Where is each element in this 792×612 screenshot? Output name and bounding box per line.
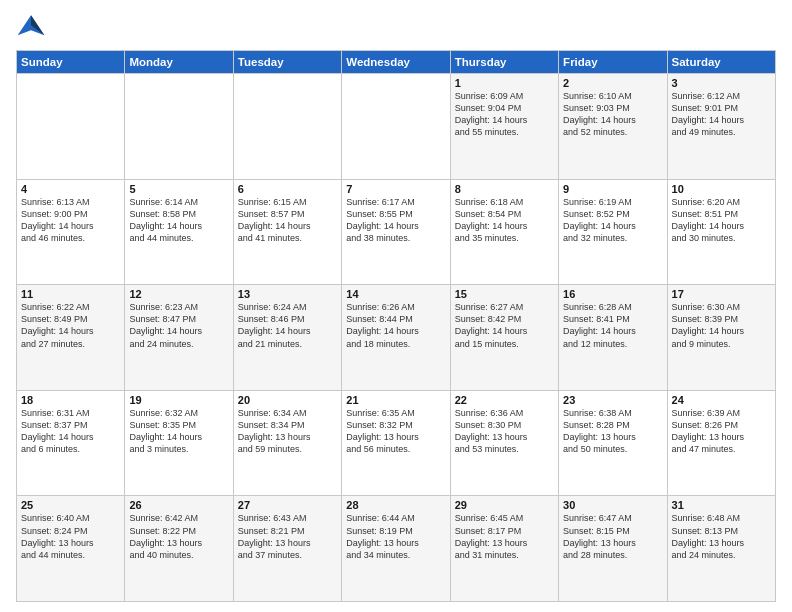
day-number: 24 [672, 394, 771, 406]
day-info: Sunrise: 6:43 AM Sunset: 8:21 PM Dayligh… [238, 512, 337, 561]
day-info: Sunrise: 6:26 AM Sunset: 8:44 PM Dayligh… [346, 301, 445, 350]
calendar-cell: 28Sunrise: 6:44 AM Sunset: 8:19 PM Dayli… [342, 496, 450, 602]
calendar-cell: 6Sunrise: 6:15 AM Sunset: 8:57 PM Daylig… [233, 179, 341, 285]
day-info: Sunrise: 6:38 AM Sunset: 8:28 PM Dayligh… [563, 407, 662, 456]
calendar-week-1: 1Sunrise: 6:09 AM Sunset: 9:04 PM Daylig… [17, 74, 776, 180]
calendar-body: 1Sunrise: 6:09 AM Sunset: 9:04 PM Daylig… [17, 74, 776, 602]
calendar-cell: 22Sunrise: 6:36 AM Sunset: 8:30 PM Dayli… [450, 390, 558, 496]
calendar-cell: 4Sunrise: 6:13 AM Sunset: 9:00 PM Daylig… [17, 179, 125, 285]
day-number: 12 [129, 288, 228, 300]
day-number: 10 [672, 183, 771, 195]
calendar-cell: 7Sunrise: 6:17 AM Sunset: 8:55 PM Daylig… [342, 179, 450, 285]
day-number: 17 [672, 288, 771, 300]
calendar-cell: 25Sunrise: 6:40 AM Sunset: 8:24 PM Dayli… [17, 496, 125, 602]
day-info: Sunrise: 6:31 AM Sunset: 8:37 PM Dayligh… [21, 407, 120, 456]
day-info: Sunrise: 6:18 AM Sunset: 8:54 PM Dayligh… [455, 196, 554, 245]
day-info: Sunrise: 6:42 AM Sunset: 8:22 PM Dayligh… [129, 512, 228, 561]
calendar-cell: 10Sunrise: 6:20 AM Sunset: 8:51 PM Dayli… [667, 179, 775, 285]
day-info: Sunrise: 6:17 AM Sunset: 8:55 PM Dayligh… [346, 196, 445, 245]
day-info: Sunrise: 6:35 AM Sunset: 8:32 PM Dayligh… [346, 407, 445, 456]
day-info: Sunrise: 6:30 AM Sunset: 8:39 PM Dayligh… [672, 301, 771, 350]
calendar-cell: 5Sunrise: 6:14 AM Sunset: 8:58 PM Daylig… [125, 179, 233, 285]
calendar-cell: 30Sunrise: 6:47 AM Sunset: 8:15 PM Dayli… [559, 496, 667, 602]
calendar-cell [125, 74, 233, 180]
day-info: Sunrise: 6:23 AM Sunset: 8:47 PM Dayligh… [129, 301, 228, 350]
day-number: 23 [563, 394, 662, 406]
calendar-cell: 21Sunrise: 6:35 AM Sunset: 8:32 PM Dayli… [342, 390, 450, 496]
day-info: Sunrise: 6:27 AM Sunset: 8:42 PM Dayligh… [455, 301, 554, 350]
day-info: Sunrise: 6:32 AM Sunset: 8:35 PM Dayligh… [129, 407, 228, 456]
day-number: 1 [455, 77, 554, 89]
calendar-cell: 19Sunrise: 6:32 AM Sunset: 8:35 PM Dayli… [125, 390, 233, 496]
weekday-header-friday: Friday [559, 51, 667, 74]
day-number: 31 [672, 499, 771, 511]
day-number: 6 [238, 183, 337, 195]
calendar-cell: 26Sunrise: 6:42 AM Sunset: 8:22 PM Dayli… [125, 496, 233, 602]
day-info: Sunrise: 6:13 AM Sunset: 9:00 PM Dayligh… [21, 196, 120, 245]
calendar-week-5: 25Sunrise: 6:40 AM Sunset: 8:24 PM Dayli… [17, 496, 776, 602]
calendar-cell [17, 74, 125, 180]
day-info: Sunrise: 6:47 AM Sunset: 8:15 PM Dayligh… [563, 512, 662, 561]
calendar-week-4: 18Sunrise: 6:31 AM Sunset: 8:37 PM Dayli… [17, 390, 776, 496]
day-info: Sunrise: 6:14 AM Sunset: 8:58 PM Dayligh… [129, 196, 228, 245]
calendar-cell: 24Sunrise: 6:39 AM Sunset: 8:26 PM Dayli… [667, 390, 775, 496]
weekday-header-sunday: Sunday [17, 51, 125, 74]
weekday-header-tuesday: Tuesday [233, 51, 341, 74]
calendar-cell: 2Sunrise: 6:10 AM Sunset: 9:03 PM Daylig… [559, 74, 667, 180]
day-info: Sunrise: 6:24 AM Sunset: 8:46 PM Dayligh… [238, 301, 337, 350]
day-number: 13 [238, 288, 337, 300]
day-info: Sunrise: 6:44 AM Sunset: 8:19 PM Dayligh… [346, 512, 445, 561]
day-number: 16 [563, 288, 662, 300]
day-info: Sunrise: 6:39 AM Sunset: 8:26 PM Dayligh… [672, 407, 771, 456]
day-number: 22 [455, 394, 554, 406]
day-info: Sunrise: 6:10 AM Sunset: 9:03 PM Dayligh… [563, 90, 662, 139]
day-number: 19 [129, 394, 228, 406]
day-number: 15 [455, 288, 554, 300]
weekday-header-saturday: Saturday [667, 51, 775, 74]
day-number: 18 [21, 394, 120, 406]
day-number: 5 [129, 183, 228, 195]
day-info: Sunrise: 6:34 AM Sunset: 8:34 PM Dayligh… [238, 407, 337, 456]
calendar-week-2: 4Sunrise: 6:13 AM Sunset: 9:00 PM Daylig… [17, 179, 776, 285]
calendar-cell: 27Sunrise: 6:43 AM Sunset: 8:21 PM Dayli… [233, 496, 341, 602]
day-info: Sunrise: 6:28 AM Sunset: 8:41 PM Dayligh… [563, 301, 662, 350]
calendar-cell: 13Sunrise: 6:24 AM Sunset: 8:46 PM Dayli… [233, 285, 341, 391]
calendar-cell: 8Sunrise: 6:18 AM Sunset: 8:54 PM Daylig… [450, 179, 558, 285]
calendar-cell: 15Sunrise: 6:27 AM Sunset: 8:42 PM Dayli… [450, 285, 558, 391]
day-number: 27 [238, 499, 337, 511]
page: SundayMondayTuesdayWednesdayThursdayFrid… [0, 0, 792, 612]
day-info: Sunrise: 6:20 AM Sunset: 8:51 PM Dayligh… [672, 196, 771, 245]
day-number: 2 [563, 77, 662, 89]
logo [16, 12, 50, 42]
day-number: 30 [563, 499, 662, 511]
calendar-table: SundayMondayTuesdayWednesdayThursdayFrid… [16, 50, 776, 602]
day-info: Sunrise: 6:12 AM Sunset: 9:01 PM Dayligh… [672, 90, 771, 139]
calendar-cell: 29Sunrise: 6:45 AM Sunset: 8:17 PM Dayli… [450, 496, 558, 602]
day-number: 14 [346, 288, 445, 300]
day-number: 7 [346, 183, 445, 195]
day-number: 8 [455, 183, 554, 195]
day-info: Sunrise: 6:09 AM Sunset: 9:04 PM Dayligh… [455, 90, 554, 139]
day-info: Sunrise: 6:19 AM Sunset: 8:52 PM Dayligh… [563, 196, 662, 245]
day-info: Sunrise: 6:15 AM Sunset: 8:57 PM Dayligh… [238, 196, 337, 245]
calendar-cell: 16Sunrise: 6:28 AM Sunset: 8:41 PM Dayli… [559, 285, 667, 391]
header [16, 12, 776, 42]
calendar-cell: 17Sunrise: 6:30 AM Sunset: 8:39 PM Dayli… [667, 285, 775, 391]
day-number: 20 [238, 394, 337, 406]
day-number: 4 [21, 183, 120, 195]
calendar-cell [233, 74, 341, 180]
day-info: Sunrise: 6:40 AM Sunset: 8:24 PM Dayligh… [21, 512, 120, 561]
day-info: Sunrise: 6:36 AM Sunset: 8:30 PM Dayligh… [455, 407, 554, 456]
calendar-cell: 3Sunrise: 6:12 AM Sunset: 9:01 PM Daylig… [667, 74, 775, 180]
calendar-cell: 20Sunrise: 6:34 AM Sunset: 8:34 PM Dayli… [233, 390, 341, 496]
day-number: 29 [455, 499, 554, 511]
weekday-header-monday: Monday [125, 51, 233, 74]
calendar-cell: 11Sunrise: 6:22 AM Sunset: 8:49 PM Dayli… [17, 285, 125, 391]
calendar-week-3: 11Sunrise: 6:22 AM Sunset: 8:49 PM Dayli… [17, 285, 776, 391]
day-info: Sunrise: 6:45 AM Sunset: 8:17 PM Dayligh… [455, 512, 554, 561]
day-info: Sunrise: 6:48 AM Sunset: 8:13 PM Dayligh… [672, 512, 771, 561]
calendar-cell: 23Sunrise: 6:38 AM Sunset: 8:28 PM Dayli… [559, 390, 667, 496]
day-number: 9 [563, 183, 662, 195]
calendar-cell: 1Sunrise: 6:09 AM Sunset: 9:04 PM Daylig… [450, 74, 558, 180]
calendar-cell: 18Sunrise: 6:31 AM Sunset: 8:37 PM Dayli… [17, 390, 125, 496]
